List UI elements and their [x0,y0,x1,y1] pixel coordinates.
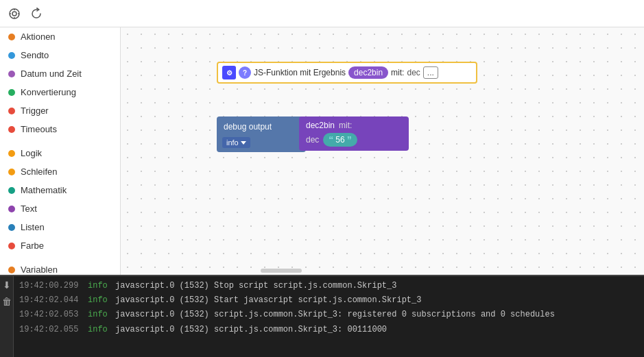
schleifen-dot [8,169,15,175]
log-time-3: 19:42:02.053 [19,308,88,321]
mathematik-label: Mathematik [21,185,67,195]
timeouts-dot [8,126,15,133]
logik-label: Logik [21,148,42,158]
sidebar-item-aktionen[interactable]: Aktionen [0,27,120,46]
debug-info-pill[interactable]: info [222,137,250,148]
aktionen-label: Aktionen [21,32,56,42]
func-call-row-1: dec2bin mit: [306,121,402,130]
trigger-dot [8,108,15,114]
listen-label: Listen [21,222,45,232]
sidebar-item-datum[interactable]: Datum und Zeit [0,64,120,83]
log-msg-2: javascript.0 (1532) Start javascript scr… [115,294,421,307]
fn-block-dec: dec [407,68,420,77]
log-time-2: 19:42:02.044 [19,294,88,307]
log-level-3: info [88,308,115,321]
h-scrollbar[interactable] [121,268,644,273]
trigger-label: Trigger [21,106,49,116]
log-clear-icon[interactable]: 🗑 [1,295,13,308]
datum-dot [8,71,15,77]
log-row: 19:42:02.053 info javascript.0 (1532) sc… [14,308,644,322]
mathematik-dot [8,187,15,194]
target-icon[interactable] [7,6,22,21]
func-call-row-2: dec “ 56 ” [306,133,402,147]
text-label: Text [21,204,37,214]
debug-block-title: debug output [224,121,299,133]
refresh-icon[interactable] [29,6,44,21]
konvertierung-label: Konvertierung [21,87,76,97]
sidebar-item-schleifen[interactable]: Schleifen [0,162,120,181]
canvas-area[interactable]: ⚙ ? JS-Funktion mit Ergebnis dec2bin mit… [121,27,644,275]
log-panel: ⬇ 🗑 19:42:00.299 info javascript.0 (1532… [0,275,644,357]
close-quote-icon: ” [347,134,352,145]
fn-block-pill[interactable]: dec2bin [348,66,388,79]
top-bar [0,0,644,27]
sidebar-item-variablen[interactable]: Variablen [0,260,120,275]
dropdown-arrow-icon [241,141,246,145]
schleifen-label: Schleifen [21,167,57,177]
log-time-1: 19:42:00.299 [19,280,88,293]
log-content: 19:42:00.299 info javascript.0 (1532) St… [14,276,644,357]
svg-point-0 [10,9,19,19]
aktionen-dot [8,34,15,40]
sidebar-item-farbe[interactable]: Farbe [0,236,120,255]
sidebar-item-konvertierung[interactable]: Konvertierung [0,83,120,101]
fn-block-ellipsis[interactable]: ... [423,66,438,79]
log-level-1: info [88,280,115,293]
timeouts-label: Timeouts [21,124,57,134]
fn-block-settings-icon: ⚙ [222,66,236,79]
log-row: 19:42:02.055 info javascript.0 (1532) sc… [14,323,644,337]
h-scrollbar-thumb[interactable] [261,269,302,273]
sidebar-item-mathematik[interactable]: Mathematik [0,181,120,199]
fn-block-question-icon: ? [239,66,251,79]
sendto-dot [8,52,15,59]
func-call-block[interactable]: dec2bin mit: dec “ 56 ” [299,116,409,151]
number-block[interactable]: “ 56 ” [323,133,357,147]
listen-dot [8,224,15,231]
log-time-4: 19:42:02.055 [19,323,88,336]
log-level-2: info [88,294,115,307]
log-msg-1: javascript.0 (1532) Stop script script.j… [115,280,396,293]
text-dot [8,206,15,212]
log-row: 19:42:00.299 info javascript.0 (1532) St… [14,279,644,293]
sidebar-item-trigger[interactable]: Trigger [0,101,120,120]
log-msg-4: javascript.0 (1532) script.js.common.Skr… [115,323,387,336]
svg-point-1 [12,12,16,16]
number-value: 56 [335,135,344,145]
fn-block-text: JS-Funktion mit Ergebnis [254,68,346,77]
farbe-dot [8,243,15,249]
datum-label: Datum und Zeit [21,69,82,79]
konvertierung-dot [8,89,15,96]
logik-dot [8,150,15,157]
sidebar: Aktionen Sendto Datum und Zeit Konvertie… [0,27,121,275]
fn-block-mit: mit: [391,68,404,77]
log-download-icon[interactable]: ⬇ [1,279,13,291]
open-quote-icon: “ [329,134,333,145]
fn-block[interactable]: ⚙ ? JS-Funktion mit Ergebnis dec2bin mit… [217,62,477,84]
log-actions: ⬇ 🗑 [0,276,14,357]
block-group: debug output info dec2bin mit: dec “ [217,116,306,152]
func-call-mit: mit: [339,121,352,130]
sidebar-item-listen[interactable]: Listen [0,218,120,236]
debug-info-label: info [226,138,239,147]
sidebar-item-sendto[interactable]: Sendto [0,46,120,64]
log-level-4: info [88,323,115,336]
farbe-label: Farbe [21,241,44,251]
func-call-dec: dec [306,135,319,145]
sidebar-item-timeouts[interactable]: Timeouts [0,120,120,138]
sidebar-item-logik[interactable]: Logik [0,144,120,162]
main-area: Aktionen Sendto Datum und Zeit Konvertie… [0,27,644,275]
sendto-label: Sendto [21,50,49,60]
fn-block-wrapper: ⚙ ? JS-Funktion mit Ergebnis dec2bin mit… [217,62,477,104]
variablen-dot [8,267,15,273]
func-call-name: dec2bin [306,121,335,130]
sidebar-item-text[interactable]: Text [0,199,120,218]
log-row: 19:42:02.044 info javascript.0 (1532) St… [14,293,644,308]
debug-block[interactable]: debug output info [217,116,306,152]
log-msg-3: javascript.0 (1532) script.js.common.Skr… [115,308,555,321]
variablen-label: Variablen [21,264,58,275]
